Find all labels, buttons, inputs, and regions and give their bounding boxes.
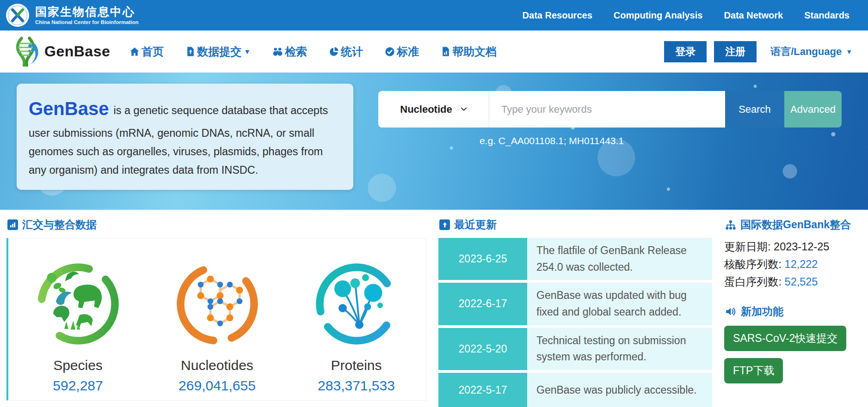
genbase-brand[interactable]: GenBase (10, 36, 110, 67)
language-selector[interactable]: 语言/Language▼ (770, 45, 852, 59)
menu-item-home[interactable]: 首页 (129, 44, 164, 59)
stat-label: Species (37, 358, 120, 373)
search-bar: Nucleotide Search Advanced (378, 91, 842, 128)
update-row: 2022-5-20 Technical testing on submissio… (438, 328, 712, 370)
menu-item-search[interactable]: 检索 (272, 44, 307, 59)
genbase-homepage: 国家生物信息中心 China National Center for Bioin… (0, 0, 868, 407)
stat-species: Species 592,287 (37, 262, 120, 400)
stat-proteins: Proteins 283,371,533 (315, 262, 398, 400)
arrow-up-icon (439, 219, 450, 230)
upload-file-icon (185, 47, 195, 56)
menu-item-help-docs[interactable]: 帮助文档 (441, 44, 497, 59)
update-row: 2023-6-25 The flatfile of GenBank Releas… (438, 238, 712, 280)
stat-value-nucleotides[interactable]: 269,041,655 (176, 378, 259, 394)
proteins-icon (315, 262, 398, 346)
chevron-down-icon: ▼ (846, 48, 852, 55)
update-date: 2022-5-17 (438, 373, 527, 407)
main-navbar: GenBase 首页 数据提交▼ 检索 统计 标准 (0, 30, 868, 73)
stat-value-proteins[interactable]: 283,371,533 (315, 378, 398, 394)
intro-brand: GenBase (29, 98, 109, 119)
login-button[interactable]: 登录 (664, 41, 707, 62)
pie-chart-icon (329, 47, 339, 57)
update-text: Technical testing on submission system w… (527, 328, 712, 370)
genbank-update-date: 2023-12-25 (774, 241, 829, 253)
home-icon (129, 47, 140, 57)
cncb-logo-link[interactable]: 国家生物信息中心 China National Center for Bioin… (6, 3, 139, 27)
update-text: The flatfile of GenBank Release 254.0 wa… (527, 238, 712, 280)
top-nav-data-network[interactable]: Data Network (724, 10, 783, 21)
search-input[interactable] (489, 91, 725, 128)
update-text: GenBase was publicly accessible. (527, 373, 712, 407)
sars-cov2-submit-button[interactable]: SARS-CoV-2快速提交 (724, 326, 846, 351)
update-date: 2023-6-25 (438, 238, 527, 280)
genbank-update-date-label: 更新日期: (724, 241, 774, 253)
top-nav: Data Resources Computing Analysis Data N… (523, 10, 850, 21)
ftp-download-button[interactable]: FTP下载 (724, 358, 783, 383)
search-example-hint: e.g. C_AA001108.1; MH011443.1 (378, 135, 725, 146)
stats-panel: Species 592,287 (6, 238, 426, 401)
genbank-nucleotide-count[interactable]: 12,222 (785, 258, 818, 270)
document-chart-icon (441, 47, 450, 56)
nucleotides-icon (176, 262, 259, 346)
genbank-nucleotide-label: 核酸序列数: (724, 258, 785, 270)
search-button[interactable]: Search (725, 91, 784, 128)
content-area: 汇交与整合数据 (0, 210, 868, 407)
dropdown-caret-icon: ▼ (244, 48, 251, 55)
binoculars-icon (272, 47, 283, 57)
genbank-section-title: 国际数据GenBank整合 (740, 218, 851, 232)
genbank-protein-label: 蛋白序列数: (724, 276, 785, 288)
stats-section-title: 汇交与整合数据 (22, 218, 97, 232)
update-text: GenBase was updated with bug fixed and g… (527, 283, 712, 325)
top-nav-standards[interactable]: Standards (804, 10, 850, 21)
top-government-bar: 国家生物信息中心 China National Center for Bioin… (0, 0, 868, 30)
speaker-icon (725, 306, 737, 317)
hero-banner: GenBaseis a genetic sequence database th… (0, 73, 868, 210)
org-name: 国家生物信息中心 (35, 5, 139, 18)
cncb-logo-icon (6, 3, 30, 27)
top-nav-data-resources[interactable]: Data Resources (523, 10, 592, 21)
bar-chart-icon (7, 219, 18, 230)
check-circle-icon (385, 47, 395, 57)
species-icon (37, 262, 120, 346)
menu-item-data-submit[interactable]: 数据提交▼ (185, 44, 251, 59)
genbank-protein-count[interactable]: 52,525 (785, 276, 818, 288)
genbank-section: 国际数据GenBank整合 更新日期: 2023-12-25 核酸序列数: 12… (724, 210, 862, 407)
update-date: 2022-5-20 (438, 328, 527, 370)
advanced-search-button[interactable]: Advanced (784, 91, 842, 128)
update-row: 2022-6-17 GenBase was updated with bug f… (438, 283, 712, 325)
org-subtitle: China National Center for Bioinformation (35, 19, 139, 25)
updates-section: 最近更新 2023-6-25 The flatfile of GenBank R… (438, 210, 712, 407)
features-section-title: 新加功能 (741, 304, 783, 319)
update-row: 2022-5-17 GenBase was publicly accessibl… (438, 373, 712, 407)
register-button[interactable]: 注册 (714, 41, 757, 62)
genbase-logo-icon (10, 36, 41, 67)
sitemap-icon (725, 219, 736, 231)
stat-value-species[interactable]: 592,287 (37, 378, 120, 394)
menu-item-standards[interactable]: 标准 (385, 44, 419, 59)
menu-item-statistics[interactable]: 统计 (329, 44, 363, 59)
stat-label: Nucleotides (176, 358, 259, 373)
intro-card: GenBaseis a genetic sequence database th… (17, 84, 353, 190)
search-category-select[interactable]: Nucleotide (378, 91, 489, 128)
updates-section-title: 最近更新 (454, 218, 497, 232)
stat-label: Proteins (315, 358, 398, 373)
main-menu: 首页 数据提交▼ 检索 统计 标准 帮助文档 (129, 44, 497, 59)
update-date: 2022-6-17 (438, 283, 527, 325)
stat-nucleotides: Nucleotides 269,041,655 (176, 262, 259, 400)
chevron-down-icon (461, 107, 467, 111)
brand-name: GenBase (44, 43, 110, 60)
top-nav-computing-analysis[interactable]: Computing Analysis (614, 10, 703, 21)
stats-section: 汇交与整合数据 (6, 210, 426, 407)
